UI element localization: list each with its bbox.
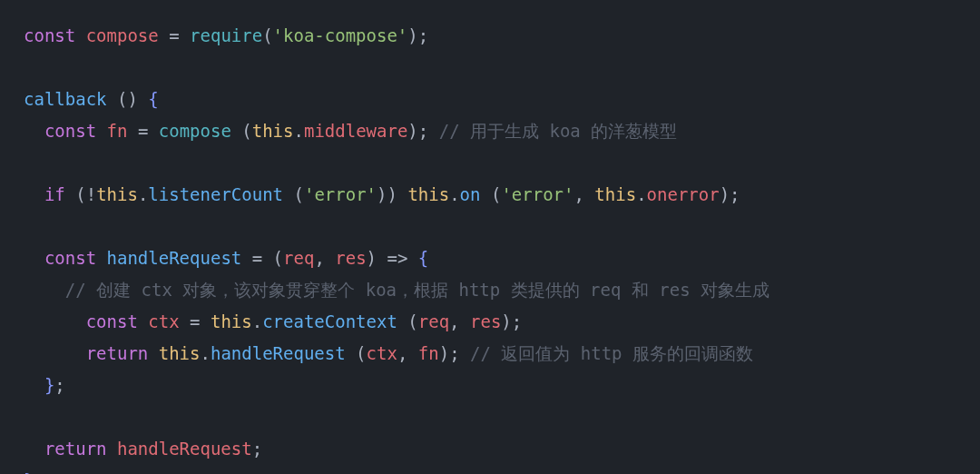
space [138,311,148,331]
paren-close: ) [127,89,137,109]
identifier-ctx: ctx [148,311,179,331]
semicolon: ; [418,121,428,141]
paren-close: ) [720,184,730,204]
param-req: req [283,248,314,268]
indent [24,439,44,459]
space [96,121,106,141]
dot: . [294,121,304,141]
identifier-compose: compose [86,25,159,45]
semicolon: ; [730,184,740,204]
semicolon: ; [54,375,64,395]
paren-close: ) [407,121,417,141]
fn-on: on [460,184,481,204]
space [397,184,407,204]
indent [24,343,86,363]
op-not: ! [86,184,96,204]
arg-ctx: ctx [367,343,397,363]
paren-open: ( [346,343,367,363]
arg-fn: fn [418,343,439,363]
semicolon: ; [449,343,459,363]
comment-line1: // 用于生成 koa 的洋葱模型 [439,121,678,141]
arrow: => [377,248,418,268]
space [107,439,117,459]
paren-close: ) [407,25,417,45]
prop-onerror: onerror [647,184,720,204]
op-eq: = [159,25,190,45]
string-error: 'error' [501,184,573,204]
keyword-return: return [44,439,107,459]
brace-close: } [44,375,54,395]
paren-open: ( [283,184,304,204]
indent [24,280,65,300]
space [138,89,148,109]
fn-require: require [190,25,262,45]
dot: . [252,311,262,331]
indent [24,375,44,395]
keyword-this: this [96,184,138,204]
paren-open: ( [273,248,283,268]
op-eq: = [241,248,272,268]
comma: , [314,248,335,268]
keyword-const: const [86,311,138,331]
brace-close: } [24,470,34,474]
paren-close: ) [501,311,511,331]
paren-close: ) [377,184,387,204]
op-eq: = [180,311,211,331]
dot: . [636,184,646,204]
comma: , [573,184,594,204]
string-error: 'error' [304,184,377,204]
space [96,248,106,268]
paren-close: ) [367,248,377,268]
fn-handleRequest: handleRequest [211,343,346,363]
paren-open: ( [107,89,128,109]
fn-listenerCount: listenerCount [148,184,283,204]
param-res: res [335,248,366,268]
keyword-const: const [44,121,96,141]
paren-open: ( [397,311,418,331]
code-block: const compose = require('koa-compose'); … [0,0,980,474]
comma: , [397,343,418,363]
semicolon: ; [418,25,428,45]
dot: . [449,184,459,204]
paren-open: ( [231,121,252,141]
paren-open: ( [65,184,86,204]
prop-middleware: middleware [304,121,407,141]
identifier-handleRequest: handleRequest [117,439,252,459]
indent [24,121,44,141]
keyword-return: return [86,343,149,363]
keyword-this: this [211,311,252,331]
keyword-const: const [24,25,75,45]
op-eq: = [127,121,158,141]
paren-close: ) [439,343,449,363]
space [75,25,85,45]
space [460,343,470,363]
brace-open: { [148,89,158,109]
keyword-const: const [44,248,96,268]
indent [24,184,44,204]
fn-createContext: createContext [262,311,397,331]
string-koa-compose: 'koa-compose' [273,25,408,45]
keyword-this: this [407,184,449,204]
paren-close: ) [387,184,397,204]
keyword-if: if [44,184,65,204]
keyword-this: this [594,184,636,204]
identifier-fn: fn [107,121,128,141]
paren-open: ( [262,25,272,45]
semicolon: ; [252,439,262,459]
dot: . [138,184,148,204]
keyword-this: this [159,343,201,363]
semicolon: ; [512,311,522,331]
comment-line3: // 返回值为 http 服务的回调函数 [470,343,753,363]
identifier-callback: callback [24,89,107,109]
brace-open: { [418,248,428,268]
arg-req: req [418,311,449,331]
space [148,343,158,363]
arg-res: res [470,311,501,331]
indent [24,311,86,331]
fn-compose: compose [159,121,231,141]
comma: , [449,311,470,331]
identifier-handleRequest: handleRequest [107,248,242,268]
dot: . [201,343,211,363]
comment-line2: // 创建 ctx 对象，该对象贯穿整个 koa，根据 http 类提供的 re… [65,280,769,300]
keyword-this: this [252,121,294,141]
